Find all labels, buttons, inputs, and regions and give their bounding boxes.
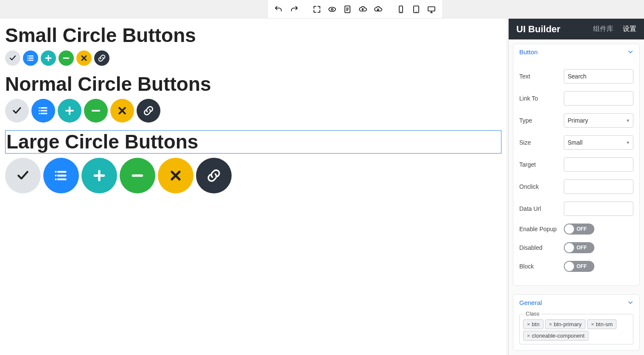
circle-btn-list[interactable]: [31, 99, 55, 123]
tab-components[interactable]: 组件库: [593, 25, 613, 34]
class-tag-cloneable-component[interactable]: ×cloneable-component: [523, 331, 588, 341]
toggle-enable-popup-label: OFF: [577, 226, 587, 232]
panel-general-header[interactable]: General: [513, 295, 639, 310]
heading-small-circle[interactable]: Small Circle Buttons: [5, 25, 501, 46]
tab-settings[interactable]: 设置: [623, 25, 636, 34]
close-icon: ×: [527, 321, 530, 327]
viewport-desktop-button[interactable]: [424, 0, 439, 19]
panel-general-body: Class ×btn×btn-primary×btn-sm×cloneable-…: [513, 310, 639, 350]
link-icon: [143, 106, 154, 116]
label-link-to: Link To: [519, 95, 564, 102]
prop-link-to: Link To: [519, 91, 633, 106]
circle-btn-times[interactable]: [158, 158, 193, 193]
top-toolbar: [0, 0, 644, 19]
minus-icon: [91, 106, 101, 116]
circle-btn-link[interactable]: [94, 50, 109, 66]
normal-button-row: [5, 99, 501, 123]
fullscreen-button[interactable]: [309, 0, 325, 19]
times-icon: [117, 106, 127, 116]
sidebar-header: UI Builder 组件库 设置: [509, 19, 644, 39]
heading-normal-circle[interactable]: Normal Circle Buttons: [5, 73, 501, 95]
circle-btn-times[interactable]: [76, 50, 92, 66]
chevron-down-icon: [627, 48, 633, 56]
panel-button-header[interactable]: Button: [513, 44, 639, 60]
circle-btn-times[interactable]: [110, 99, 134, 123]
viewport-tablet-button[interactable]: [409, 0, 424, 19]
toggle-enable-popup[interactable]: OFF: [564, 224, 594, 235]
class-tag-btn[interactable]: ×btn: [523, 319, 543, 329]
circle-btn-link[interactable]: [137, 99, 160, 123]
plus-icon: [45, 54, 52, 62]
link-icon: [98, 54, 106, 62]
viewport-phone-button[interactable]: [393, 0, 409, 19]
prop-target: Target: [519, 157, 633, 172]
document-button[interactable]: [340, 0, 355, 19]
minus-icon: [131, 169, 144, 182]
circle-btn-plus[interactable]: [58, 99, 81, 123]
panel-button: Button Text Link To Type Size: [513, 44, 640, 286]
list-icon: [27, 54, 34, 62]
preview-button[interactable]: [325, 0, 340, 19]
label-disabled: Disabled: [519, 244, 564, 251]
panel-general-title: General: [519, 299, 542, 306]
large-button-row: [5, 158, 501, 193]
panel-button-body: Text Link To Type Size Target: [513, 60, 639, 285]
prop-disabled: Disabled OFF: [519, 242, 633, 253]
circle-btn-check[interactable]: [5, 99, 29, 123]
prop-block: Block OFF: [519, 261, 633, 272]
cloud-download-button[interactable]: [370, 0, 386, 19]
chevron-down-icon: [627, 299, 633, 306]
plus-icon: [92, 169, 106, 182]
plus-icon: [64, 106, 75, 116]
circle-btn-minus[interactable]: [84, 99, 108, 123]
link-icon: [207, 169, 221, 182]
toggle-disabled-label: OFF: [577, 245, 587, 251]
label-text: Text: [519, 73, 564, 80]
circle-btn-plus[interactable]: [41, 50, 56, 66]
canvas-content: Small Circle Buttons Normal Circle Butto…: [0, 19, 507, 207]
design-canvas[interactable]: Small Circle Buttons Normal Circle Butto…: [0, 19, 507, 355]
select-type[interactable]: [564, 113, 633, 128]
label-type: Type: [519, 117, 564, 124]
cloud-upload-button[interactable]: [355, 0, 370, 19]
check-icon: [12, 106, 22, 116]
input-dataurl[interactable]: [564, 201, 633, 216]
undo-button[interactable]: [271, 0, 286, 19]
small-button-row: [5, 50, 501, 66]
list-icon: [54, 169, 68, 182]
toggle-block-label: OFF: [577, 263, 587, 269]
app-brand: UI Builder: [516, 24, 584, 35]
toolbar-center-group: [267, 0, 443, 19]
circle-btn-minus[interactable]: [120, 158, 155, 193]
panel-general: General Class ×btn×btn-primary×btn-sm×cl…: [513, 294, 640, 351]
input-target[interactable]: [564, 157, 633, 172]
prop-onclick: Onclick: [519, 179, 633, 194]
label-dataurl: Data Url: [519, 205, 564, 212]
circle-btn-check[interactable]: [5, 158, 41, 193]
select-size[interactable]: [564, 135, 633, 150]
check-icon: [9, 54, 17, 62]
redo-button[interactable]: [286, 0, 302, 19]
circle-btn-list[interactable]: [23, 50, 38, 66]
label-target: Target: [519, 161, 564, 168]
close-icon: ×: [527, 333, 530, 339]
input-link-to[interactable]: [564, 91, 633, 106]
inspector-sidebar: UI Builder 组件库 设置 Button Text Link To: [508, 19, 644, 355]
list-icon: [38, 106, 48, 116]
class-tag-btn-primary[interactable]: ×btn-primary: [545, 319, 585, 329]
heading-large-circle[interactable]: Large Circle Buttons: [5, 130, 501, 154]
toggle-disabled[interactable]: OFF: [564, 242, 594, 253]
class-tag-btn-sm[interactable]: ×btn-sm: [587, 319, 616, 329]
circle-btn-plus[interactable]: [81, 158, 117, 193]
circle-btn-minus[interactable]: [59, 50, 74, 66]
prop-size: Size: [519, 135, 633, 150]
main-area: Small Circle Buttons Normal Circle Butto…: [0, 19, 644, 355]
circle-btn-check[interactable]: [5, 50, 20, 66]
input-text[interactable]: [564, 69, 633, 84]
input-onclick[interactable]: [564, 179, 633, 194]
circle-btn-link[interactable]: [196, 158, 232, 193]
class-tag-box: Class ×btn×btn-primary×btn-sm×cloneable-…: [519, 314, 633, 344]
label-onclick: Onclick: [519, 183, 564, 190]
toggle-block[interactable]: OFF: [564, 261, 594, 272]
circle-btn-list[interactable]: [43, 158, 79, 193]
